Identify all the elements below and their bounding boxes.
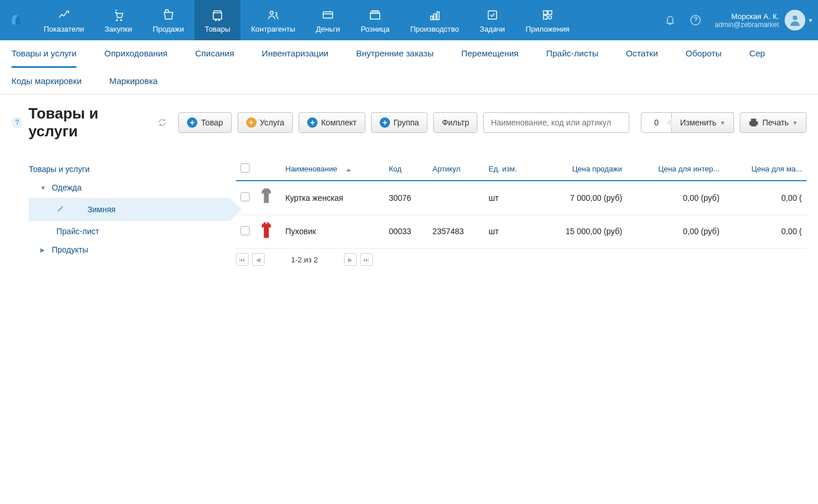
add-product-button[interactable]: + Товар [178, 112, 231, 133]
svg-rect-5 [488, 10, 497, 19]
nav-icon [112, 7, 125, 22]
cell-code: 00033 [384, 215, 428, 249]
nav-продажи[interactable]: Продажи [142, 0, 194, 40]
user-menu[interactable]: Морская А. К. admin@zebramarket ▼ [708, 10, 818, 30]
nav-показатели[interactable]: Показатели [33, 0, 94, 40]
main: Товары и услуги ▼ Одежда Зимняя Прайс-ли… [0, 148, 818, 282]
pager-prev-button[interactable]: ◀ [252, 253, 265, 266]
top-nav: ПоказателиЗакупкиПродажиТоварыКонтрагент… [0, 0, 818, 40]
col-price[interactable]: Цена продажи [536, 158, 627, 181]
nav-закупки[interactable]: Закупки [94, 0, 142, 40]
row-checkbox[interactable] [240, 192, 250, 201]
nav-деньги[interactable]: Деньги [305, 0, 350, 40]
subnav-item[interactable]: Коды маркировки [12, 68, 82, 94]
nav-label: Розница [361, 25, 389, 33]
nav-icon [162, 7, 175, 22]
nav-товары[interactable]: Товары [194, 0, 241, 40]
subnav-item[interactable]: Внутренние заказы [356, 40, 434, 68]
col-sku[interactable]: Артикул [428, 158, 484, 181]
tree-label: Зимняя [87, 205, 116, 214]
subnav-item[interactable]: Сер [749, 40, 765, 68]
cell-price-small: 0,00 ( [724, 181, 806, 215]
top-nav-items: ПоказателиЗакупкиПродажиТоварыКонтрагент… [33, 0, 580, 40]
tree-item-products[interactable]: ▶ Продукты [29, 240, 230, 259]
cell-name: Куртка женская [281, 181, 384, 215]
nav-label: Показатели [44, 25, 84, 33]
subnav-item[interactable]: Инвентаризации [262, 40, 328, 68]
help-badge-icon[interactable]: ? [12, 117, 22, 128]
printer-icon [748, 117, 759, 128]
pencil-icon[interactable] [56, 205, 64, 215]
add-kit-button[interactable]: + Комплект [299, 112, 365, 133]
svg-rect-7 [548, 10, 552, 14]
pager-first-button[interactable]: ⏮ [236, 253, 249, 266]
refresh-icon[interactable] [158, 118, 167, 127]
caret-right-icon: ▶ [40, 247, 47, 253]
svg-rect-6 [543, 10, 546, 14]
tree-item-winter[interactable]: Зимняя [29, 198, 230, 221]
cell-price-web: 0,00 (руб) [627, 215, 724, 249]
app-logo-icon[interactable] [7, 12, 24, 29]
subnav-item[interactable]: Обороты [686, 40, 722, 68]
add-service-button[interactable]: + Услуга [238, 112, 293, 133]
subnav-item[interactable]: Остатки [626, 40, 658, 68]
plus-icon: + [307, 117, 318, 128]
table-row[interactable]: Куртка женская30076шт7 000,00 (руб)0,00 … [236, 181, 806, 215]
products-content: Наименование Код Артикул Ед. изм. Цена п… [236, 148, 806, 270]
nav-розница[interactable]: Розница [350, 0, 400, 40]
chevron-down-icon: ▼ [720, 120, 725, 126]
cell-sku [428, 181, 484, 215]
caret-down-icon: ▼ [40, 185, 47, 191]
select-all-checkbox[interactable] [240, 163, 250, 173]
search-input[interactable] [483, 112, 629, 133]
nav-icon [211, 7, 224, 22]
table-row[interactable]: Пуховик000332357483шт15 000,00 (руб)0,00… [236, 215, 806, 249]
nav-label: Контрагенты [251, 25, 295, 33]
subnav-item[interactable]: Перемещения [461, 40, 519, 68]
user-name: Морская А. К. [715, 12, 779, 21]
nav-label: Продажи [152, 25, 184, 33]
pager-last-button[interactable]: ⏭ [360, 253, 373, 266]
tree-root[interactable]: Товары и услуги [29, 160, 230, 178]
plus-icon: + [187, 117, 197, 128]
cell-unit: шт [484, 215, 536, 249]
products-table: Наименование Код Артикул Ед. изм. Цена п… [236, 158, 806, 249]
subnav-item[interactable]: Прайс-листы [546, 40, 598, 68]
change-button[interactable]: Изменить ▼ [672, 112, 734, 133]
btn-label: Печать [762, 118, 789, 127]
filter-button[interactable]: Фильтр [433, 112, 477, 133]
nav-задачи[interactable]: Задачи [469, 0, 515, 40]
subnav-item[interactable]: Оприходования [104, 40, 167, 68]
row-checkbox[interactable] [240, 226, 250, 235]
notifications-icon[interactable] [658, 7, 683, 33]
col-name[interactable]: Наименование [281, 158, 384, 181]
nav-icon [58, 7, 70, 22]
subnav-item[interactable]: Списания [195, 40, 234, 68]
add-group-button[interactable]: + Группа [371, 112, 427, 133]
tree-item-pricelist[interactable]: Прайс-лист [29, 222, 230, 240]
nav-контрагенты[interactable]: Контрагенты [240, 0, 305, 40]
col-price-small[interactable]: Цена для ма... [724, 158, 806, 181]
pager-next-button[interactable]: ▶ [344, 253, 357, 266]
product-image-icon [259, 187, 274, 207]
subnav-item[interactable]: Маркировка [109, 68, 158, 94]
nav-производство[interactable]: Производство [400, 0, 469, 40]
nav-приложения[interactable]: Приложения [515, 0, 580, 40]
nav-icon [322, 7, 334, 22]
col-unit[interactable]: Ед. изм. [484, 158, 536, 181]
col-code[interactable]: Код [384, 158, 428, 181]
help-icon[interactable] [683, 7, 708, 33]
col-price-web[interactable]: Цена для интер... [627, 158, 724, 181]
svg-point-9 [548, 16, 552, 19]
tree-label: Продукты [52, 245, 88, 254]
tree-item-clothes[interactable]: ▼ Одежда [29, 178, 230, 197]
btn-label: Фильтр [442, 118, 469, 127]
avatar-icon [785, 10, 805, 30]
print-button[interactable]: Печать ▼ [740, 112, 806, 133]
tree-label: Товары и услуги [29, 165, 90, 174]
svg-rect-3 [434, 14, 436, 20]
nav-label: Закупки [105, 25, 132, 33]
subnav-item[interactable]: Товары и услуги [12, 40, 77, 68]
svg-rect-8 [543, 15, 546, 18]
product-image-icon [259, 221, 274, 240]
